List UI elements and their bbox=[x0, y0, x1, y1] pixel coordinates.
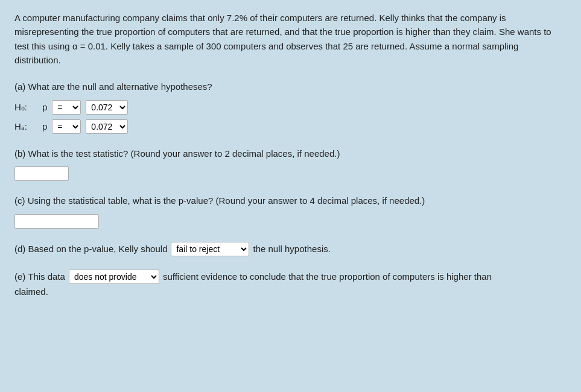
ha-label: Hₐ: bbox=[14, 121, 37, 132]
ha-var: p bbox=[42, 121, 47, 131]
test-statistic-input[interactable] bbox=[14, 166, 69, 181]
ha-row: Hₐ: p = ≠ < > ≤ ≥ 0.072 0.05 0.10 0.083 bbox=[14, 119, 567, 134]
section-a-label: (a) What are the null and alternative hy… bbox=[14, 80, 567, 94]
d-label-before: (d) Based on the p-value, Kelly should bbox=[14, 242, 167, 256]
d-row: (d) Based on the p-value, Kelly should f… bbox=[14, 242, 567, 256]
h0-label: H₀: bbox=[14, 102, 37, 113]
section-c-label: (c) Using the statistical table, what is… bbox=[14, 194, 567, 208]
ha-value-select[interactable]: 0.072 0.05 0.10 0.083 bbox=[86, 119, 128, 134]
ha-relation-select[interactable]: = ≠ < > ≤ ≥ bbox=[52, 119, 81, 134]
section-e: (e) This data does not provide provides … bbox=[14, 270, 567, 297]
h0-var: p bbox=[42, 102, 47, 112]
section-b-label: (b) What is the test statistic? (Round y… bbox=[14, 147, 567, 161]
e-evidence-select[interactable]: does not provide provides bbox=[69, 270, 159, 284]
d-decision-select[interactable]: fail to reject reject bbox=[171, 242, 249, 256]
section-d: (d) Based on the p-value, Kelly should f… bbox=[14, 242, 567, 256]
h0-row: H₀: p = ≠ < > ≤ ≥ 0.072 0.05 0.10 0.083 bbox=[14, 100, 567, 115]
problem-statement: A computer manufacturing company claims … bbox=[14, 13, 551, 65]
section-a: (a) What are the null and alternative hy… bbox=[14, 80, 567, 134]
e-row: (e) This data does not provide provides … bbox=[14, 270, 567, 284]
problem-text: A computer manufacturing company claims … bbox=[14, 11, 567, 67]
h0-value-select[interactable]: 0.072 0.05 0.10 0.083 bbox=[86, 100, 128, 115]
e-label-claimed: claimed. bbox=[14, 286, 567, 297]
p-value-input[interactable] bbox=[14, 214, 99, 229]
h0-relation-select[interactable]: = ≠ < > ≤ ≥ bbox=[52, 100, 81, 115]
d-label-after: the null hypothesis. bbox=[253, 242, 330, 256]
section-b: (b) What is the test statistic? (Round y… bbox=[14, 147, 567, 182]
section-c: (c) Using the statistical table, what is… bbox=[14, 194, 567, 229]
e-label-before: (e) This data bbox=[14, 270, 65, 284]
e-label-after-partial: sufficient evidence to conclude that the… bbox=[163, 270, 492, 284]
